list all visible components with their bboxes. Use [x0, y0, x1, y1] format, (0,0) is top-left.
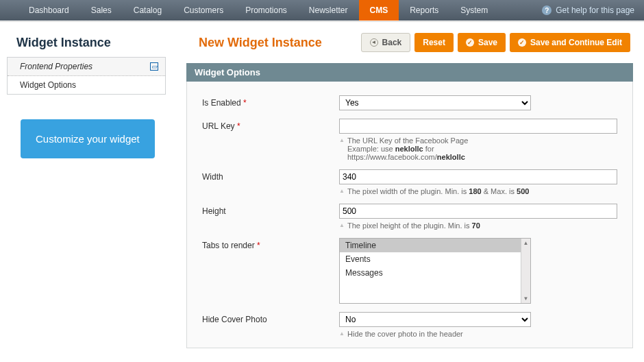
help-icon: ? [542, 5, 552, 15]
check-icon: ✓ [466, 38, 474, 47]
width-hint: The pixel width of the plugin. Min. is 1… [339, 187, 617, 195]
hide-cover-select[interactable]: No [339, 312, 531, 327]
is-enabled-label: Is Enabled [202, 98, 241, 108]
sidebar-tabs: Frontend Properties ▭ Widget Options [7, 57, 166, 95]
page-title: New Widget Instance [199, 36, 322, 50]
scrollbar[interactable]: ▲ ▼ [521, 239, 530, 303]
sidebar-tab-label: Frontend Properties [20, 62, 92, 71]
sidebar: Widget Instance Frontend Properties ▭ Wi… [7, 33, 166, 348]
sidebar-tab-label: Widget Options [20, 80, 76, 90]
height-hint: The pixel height of the plugin. Min. is … [339, 221, 617, 230]
required-mark: * [237, 121, 240, 131]
action-buttons: ◄ Back Reset ✓ Save ✓ Save and Continue … [361, 33, 630, 52]
back-button[interactable]: ◄ Back [361, 33, 411, 52]
back-label: Back [382, 36, 402, 49]
required-mark: * [257, 241, 260, 250]
width-input[interactable] [339, 169, 617, 184]
tabs-option-messages[interactable]: Messages [340, 266, 521, 280]
url-key-hint: The URL Key of the Facebook Page Example… [339, 136, 617, 161]
tabs-label: Tabs to render [202, 241, 255, 250]
section-title: Widget Options [186, 63, 633, 82]
nav-customers[interactable]: Customers [173, 0, 234, 21]
nav-catalog[interactable]: Catalog [123, 0, 173, 21]
height-label: Height [202, 206, 226, 216]
top-nav: Dashboard Sales Catalog Customers Promot… [0, 0, 644, 21]
nav-reports[interactable]: Reports [399, 0, 449, 21]
width-label: Width [202, 172, 223, 182]
nav-system[interactable]: System [449, 0, 499, 21]
sidebar-tab-widget-options[interactable]: Widget Options [8, 76, 165, 94]
save-continue-button[interactable]: ✓ Save and Continue Edit [510, 33, 630, 52]
help-link[interactable]: ? Get help for this page [542, 5, 634, 15]
row-url-key: URL Key * The URL Key of the Facebook Pa… [202, 114, 617, 165]
sidebar-tab-frontend-properties[interactable]: Frontend Properties ▭ [8, 58, 165, 76]
nav-newsletter[interactable]: Newsletter [298, 0, 359, 21]
nav-promotions[interactable]: Promotions [234, 0, 298, 21]
sidebar-title: Widget Instance [7, 33, 166, 57]
scroll-up-icon: ▲ [523, 239, 529, 248]
url-key-label: URL Key [202, 121, 235, 131]
url-key-input[interactable] [339, 119, 617, 134]
height-input[interactable] [339, 204, 617, 219]
save-continue-label: Save and Continue Edit [530, 36, 622, 49]
required-mark: * [243, 98, 247, 108]
row-is-enabled: Is Enabled * Yes [202, 91, 617, 114]
hide-cover-hint: Hide the cover photo in the header [339, 330, 531, 338]
row-width: Width The pixel width of the plugin. Min… [202, 165, 617, 200]
is-enabled-select[interactable]: Yes [339, 95, 531, 110]
save-button[interactable]: ✓ Save [458, 33, 506, 52]
row-tabs: Tabs to render * Timeline Events Message… [202, 234, 617, 308]
tabs-option-events[interactable]: Events [340, 252, 521, 266]
tabs-multiselect[interactable]: Timeline Events Messages ▲ ▼ [339, 238, 531, 304]
check-icon: ✓ [518, 38, 526, 47]
hide-cover-label: Hide Cover Photo [202, 315, 267, 324]
help-text: Get help for this page [556, 5, 634, 15]
collapse-icon: ▭ [150, 62, 158, 71]
save-label: Save [478, 36, 497, 49]
back-icon: ◄ [370, 38, 378, 47]
nav-cms[interactable]: CMS [359, 0, 399, 21]
reset-button[interactable]: Reset [414, 33, 454, 52]
scroll-down-icon: ▼ [523, 294, 529, 303]
nav-sales[interactable]: Sales [80, 0, 123, 21]
row-hide-cover: Hide Cover Photo No Hide the cover photo… [202, 308, 617, 342]
tabs-option-timeline[interactable]: Timeline [340, 239, 521, 252]
reset-label: Reset [423, 36, 445, 49]
customize-widget-button[interactable]: Customize your widget [21, 119, 155, 158]
nav-dashboard[interactable]: Dashboard [18, 0, 80, 21]
row-height: Height The pixel height of the plugin. M… [202, 200, 617, 234]
form: Is Enabled * Yes URL Key * The URL Key o… [186, 82, 633, 348]
main-content: New Widget Instance ◄ Back Reset ✓ Save … [166, 33, 633, 348]
